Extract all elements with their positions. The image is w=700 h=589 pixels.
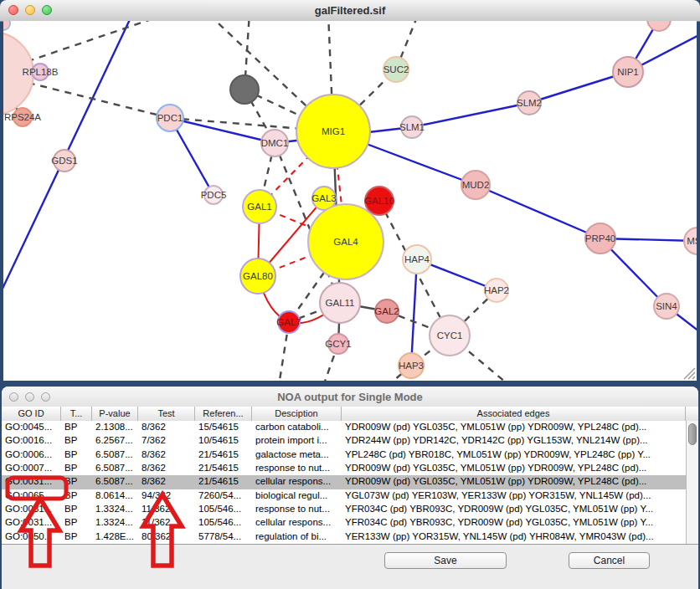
table-cell: response to nut... — [252, 503, 342, 516]
node-GAL10[interactable]: GAL10 — [364, 187, 394, 215]
table-cell: 6.5087... — [92, 462, 138, 475]
table-header: GO IDT...P-valueTestReferen...Desciption… — [2, 407, 698, 422]
node-MIG1[interactable]: MIG1 — [296, 95, 370, 168]
node-HAP4[interactable]: HAP4 — [403, 245, 431, 274]
node-MSN[interactable]: MSN — [684, 228, 697, 254]
node-GDS1[interactable]: GDS1 — [51, 150, 77, 172]
node-PDC1[interactable]: PDC1 — [157, 105, 183, 131]
cancel-button[interactable]: Cancel — [569, 552, 650, 569]
table-cell: 105/546... — [195, 516, 252, 530]
node-PRP40[interactable]: PRP40 — [585, 223, 615, 254]
table-row[interactable]: GO:0006...BP6.5087...8/36221/54615galact… — [2, 448, 686, 462]
network-window-titlebar[interactable]: galFiltered.sif — [0, 0, 700, 22]
table-row[interactable]: GO:0045...BP2.1308...8/36215/54615carbon… — [2, 421, 686, 434]
column-header-2[interactable]: P-value — [92, 407, 138, 421]
table-cell: 8/362 — [138, 448, 195, 462]
table-cell: 80/362 — [138, 530, 195, 544]
table-cell: GO:0031... — [2, 475, 61, 489]
node-TR1[interactable] — [647, 21, 671, 31]
node-label: SLM1 — [399, 122, 425, 132]
divider — [2, 544, 698, 545]
table-cell: 5778/54... — [195, 530, 252, 544]
table-row[interactable]: GO:0065...BP8.0614...94/3627260/54...bio… — [2, 489, 686, 503]
table-cell: 21/54615 — [195, 475, 252, 489]
node-DMC1[interactable]: DMC1 — [261, 130, 289, 156]
table-row[interactable]: GO:0007...BP6.5087...8/36221/54615respon… — [2, 462, 686, 475]
table-cell: YDR009W (pd) YGL035C, YML051W (pp) YDR00… — [342, 462, 686, 475]
node-label: SIN4 — [656, 301, 677, 311]
table-cell: GO:0031... — [2, 516, 61, 530]
column-header-4[interactable]: Referen... — [195, 407, 252, 421]
node-PDC5[interactable]: PDC5 — [201, 186, 227, 204]
node-label: RPL18B — [23, 67, 59, 77]
scrollbar-thumb[interactable] — [688, 423, 697, 445]
node-SLM1[interactable]: SLM1 — [399, 116, 425, 138]
table-cell: 7/362 — [138, 434, 195, 448]
table-cell: galactose meta... — [252, 448, 342, 462]
table-cell: GO:0045... — [2, 421, 61, 434]
table-cell: GO:0050... — [2, 530, 61, 544]
table-cell: BP — [61, 516, 92, 530]
save-button[interactable]: Save — [384, 552, 507, 569]
node-label: NIP1 — [617, 67, 639, 77]
table-cell: 94/362 — [138, 489, 195, 503]
table-row[interactable]: GO:0031...BP6.5087...8/36221/54615cellul… — [2, 475, 686, 489]
table-cell: 10/54615 — [195, 434, 252, 448]
table-row[interactable]: GO:0031...BP1.3324...11/362105/546...cel… — [2, 516, 686, 530]
table-cell: 8.0614... — [92, 489, 138, 503]
node-GAL2[interactable]: GAL2 — [374, 300, 399, 323]
table-cell: cellular respons... — [252, 516, 342, 530]
node-GAL11[interactable]: GAL11 — [320, 283, 360, 323]
table-cell: 21/54615 — [195, 448, 252, 462]
edge-SLM1-SLM2 — [412, 103, 529, 127]
table-cell: 6.5087... — [92, 475, 138, 489]
node-label: GAL80 — [243, 271, 273, 281]
table-cell: YDR244W (pp) YDR142C, YDR142C (pp) YGL15… — [342, 434, 686, 448]
table-cell: 6.2567... — [92, 434, 138, 448]
node-HAP2[interactable]: HAP2 — [484, 279, 509, 302]
vertical-scrollbar[interactable] — [686, 421, 698, 544]
table-cell: YFR034C (pd) YBR093C, YDR009W (pd) YGL03… — [342, 503, 686, 516]
column-header-0[interactable]: GO ID — [2, 407, 61, 421]
column-header-5[interactable]: Desciption — [252, 407, 342, 421]
table-cell: BP — [61, 462, 92, 475]
table-row[interactable]: GO:0016...BP6.2567...7/36210/54615protei… — [2, 434, 686, 448]
node-label: GAL3 — [311, 193, 336, 203]
table-cell: protein import i... — [252, 434, 342, 448]
resize-grip[interactable] — [684, 368, 695, 379]
node-CYC1[interactable]: CYC1 — [430, 315, 470, 356]
node-label: HAP3 — [399, 361, 424, 371]
column-header-1[interactable]: T... — [61, 407, 92, 421]
node-GAL4[interactable]: GAL4 — [308, 204, 383, 279]
node-GRAY[interactable] — [230, 75, 259, 104]
table-cell: YER133W (pp) YOR315W, YNL145W (pd) YHR08… — [342, 530, 686, 544]
node-GAL80[interactable]: GAL80 — [240, 259, 275, 294]
table-cell: GO:0007... — [2, 462, 61, 475]
table-cell: BP — [61, 530, 92, 544]
table-row[interactable]: GO:0050...BP1.428E...80/3625778/54...reg… — [2, 530, 686, 544]
node-NIP1[interactable]: NIP1 — [613, 57, 643, 87]
network-canvas[interactable]: RPL18BRPS24AGDS1PDC1MIG1SUC2SLM1DMC1NIP1… — [3, 21, 697, 381]
column-header-3[interactable]: Test — [138, 407, 195, 421]
node-MUD2[interactable]: MUD2 — [461, 171, 490, 199]
node-GAL1[interactable]: GAL1 — [243, 190, 276, 223]
table-cell: BP — [61, 421, 92, 434]
node-GCY1[interactable]: GCY1 — [325, 334, 351, 354]
table-cell: YGL073W (pd) YER103W, YER133W (pp) YOR31… — [342, 489, 686, 503]
column-header-6[interactable]: Associated edges — [342, 407, 686, 421]
table-cell: 11/362 — [138, 516, 195, 530]
node-SIN4[interactable]: SIN4 — [654, 294, 679, 319]
node-label: GDS1 — [51, 156, 77, 166]
node-label: PDC5 — [201, 190, 227, 200]
node-SLM2[interactable]: SLM2 — [517, 91, 542, 115]
edge-HAP4-HAP3 — [411, 259, 417, 366]
network-window-title: galFiltered.sif — [0, 4, 700, 17]
table-cell: 2.1308... — [92, 421, 138, 434]
noa-window-titlebar[interactable]: NOA output for Single Mode — [2, 387, 698, 407]
node-CORNER[interactable] — [3, 21, 10, 30]
table-row[interactable]: GO:0031...BP1.3324...11/362105/546...res… — [2, 503, 686, 516]
node-HAP3[interactable]: HAP3 — [399, 353, 424, 378]
table-cell: 1.3324... — [92, 516, 138, 530]
node-GAL7[interactable]: GAL7 — [276, 311, 301, 333]
node-SUC2[interactable]: SUC2 — [383, 57, 409, 82]
